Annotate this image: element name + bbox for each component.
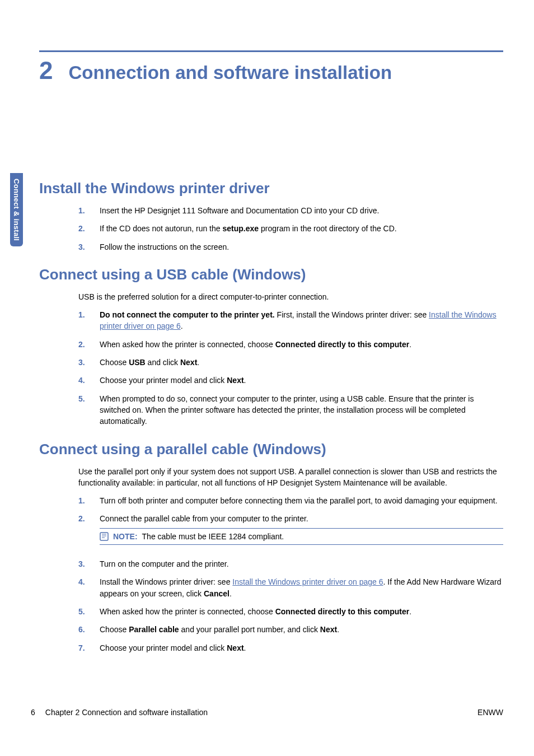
list-text: Choose USB and click Next. [100, 357, 503, 368]
link-install-driver[interactable]: Install the Windows printer driver on pa… [232, 577, 383, 586]
list-text: Choose Parallel cable and your parallel … [100, 624, 503, 635]
list-text: When asked how the printer is connected,… [100, 606, 503, 617]
list-number: 2. [78, 339, 88, 350]
page-number: 6 [31, 708, 35, 717]
list-item: 1. Do not connect the computer to the pr… [78, 309, 503, 332]
list-number: 4. [78, 576, 88, 599]
list-text: Install the Windows printer driver: see … [100, 576, 503, 599]
list-item: 1. Turn off both printer and computer be… [78, 495, 503, 506]
list-item: 5. When asked how the printer is connect… [78, 606, 503, 617]
list-number: 2. [78, 513, 88, 552]
list-item: 7. Choose your printer model and click N… [78, 642, 503, 654]
list-text: Turn on the computer and the printer. [100, 558, 503, 570]
svg-rect-0 [100, 533, 108, 540]
list-text: If the CD does not autorun, run the setu… [100, 223, 503, 234]
list-text: When asked how the printer is connected,… [100, 339, 503, 350]
list-number: 6. [78, 624, 88, 635]
list-text: Do not connect the computer to the print… [100, 309, 503, 332]
page-footer: 6Chapter 2 Connection and software insta… [31, 708, 503, 717]
list-text: Choose your printer model and click Next… [100, 375, 503, 386]
list-text: Follow the instructions on the screen. [100, 241, 503, 253]
list-item: 4. Choose your printer model and click N… [78, 375, 503, 386]
list-number: 1. [78, 495, 88, 506]
section-intro: Use the parallel port only if your syste… [78, 466, 503, 489]
section-heading-install-driver: Install the Windows printer driver [39, 180, 503, 197]
list-item: 5. When prompted to do so, connect your … [78, 393, 503, 427]
footer-right: ENWW [477, 708, 503, 717]
list-number: 1. [78, 205, 88, 216]
list-item: 2. If the CD does not autorun, run the s… [78, 223, 503, 234]
page-content: 2 Connection and software installation I… [39, 50, 503, 660]
chapter-rule [39, 50, 503, 52]
section-heading-parallel: Connect using a parallel cable (Windows) [39, 441, 503, 458]
list-number: 7. [78, 642, 88, 654]
list-number: 4. [78, 375, 88, 386]
list-item: 2. Connect the parallel cable from your … [78, 513, 503, 552]
note-text: The cable must be IEEE 1284 compliant. [142, 531, 284, 542]
list-install-driver: 1. Insert the HP Designjet 111 Software … [78, 205, 503, 253]
list-number: 5. [78, 393, 88, 427]
list-number: 1. [78, 309, 88, 332]
list-text: Connect the parallel cable from your com… [100, 513, 503, 552]
side-tab: Connect & install [10, 173, 23, 246]
list-text: Insert the HP Designjet 111 Software and… [100, 205, 503, 216]
chapter-number: 2 [39, 57, 53, 85]
list-text: Turn off both printer and computer befor… [100, 495, 503, 506]
list-text: Choose your printer model and click Next… [100, 642, 503, 654]
section-intro: USB is the preferred solution for a dire… [78, 291, 503, 302]
list-item: 1. Insert the HP Designjet 111 Software … [78, 205, 503, 216]
chapter-heading: 2 Connection and software installation [39, 57, 503, 85]
footer-left: 6Chapter 2 Connection and software insta… [31, 708, 208, 717]
chapter-title: Connection and software installation [68, 62, 392, 83]
list-number: 3. [78, 357, 88, 368]
list-item: 4. Install the Windows printer driver: s… [78, 576, 503, 599]
note-box: NOTE: The cable must be IEEE 1284 compli… [100, 528, 503, 545]
list-item: 2. When asked how the printer is connect… [78, 339, 503, 350]
list-text: When prompted to do so, connect your com… [100, 393, 503, 427]
list-number: 2. [78, 223, 88, 234]
list-item: 3. Follow the instructions on the screen… [78, 241, 503, 253]
list-number: 3. [78, 558, 88, 570]
list-usb: 1. Do not connect the computer to the pr… [78, 309, 503, 427]
list-item: 3. Choose USB and click Next. [78, 357, 503, 368]
list-number: 5. [78, 606, 88, 617]
list-number: 3. [78, 241, 88, 253]
list-item: 6. Choose Parallel cable and your parall… [78, 624, 503, 635]
list-parallel: 1. Turn off both printer and computer be… [78, 495, 503, 654]
section-heading-usb: Connect using a USB cable (Windows) [39, 266, 503, 283]
note-label: NOTE: [113, 531, 138, 542]
note-icon [100, 532, 109, 541]
list-item: 3. Turn on the computer and the printer. [78, 558, 503, 570]
